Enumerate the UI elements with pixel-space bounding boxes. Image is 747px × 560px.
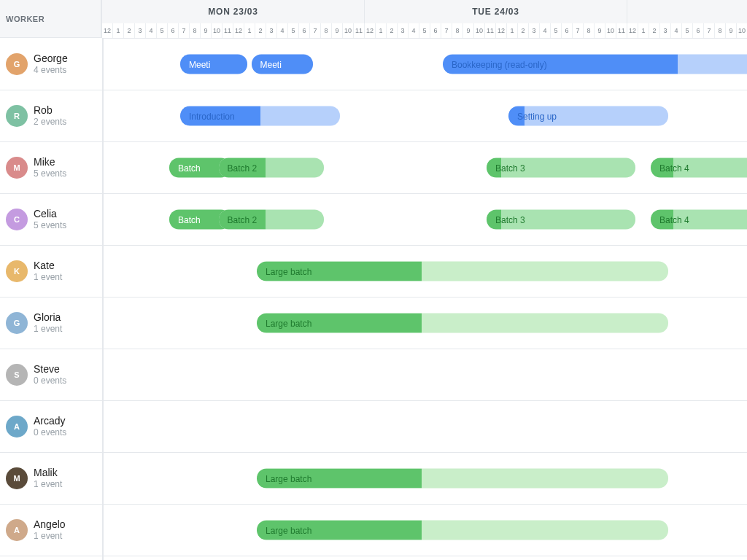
timeline-row[interactable]: [104, 401, 747, 453]
worker-row[interactable]: SSteve0 events: [0, 349, 102, 401]
header-hour-cell: 3: [135, 23, 146, 38]
scheduler-root: WORKER MON 23/03TUE 24/03W 1212345678910…: [0, 0, 747, 560]
header-hour-cell: 5: [682, 23, 693, 38]
header-hour-cell: 11: [485, 23, 496, 38]
timeline-grid[interactable]: MeetiMeetiBookkeeping (read-only)Introdu…: [104, 39, 747, 560]
header-hour-cell: 9: [201, 23, 212, 38]
worker-row[interactable]: MMike5 events: [0, 142, 102, 194]
timeline-row[interactable]: IntroductionSetting up: [104, 90, 747, 142]
worker-event-count: 1 event: [34, 324, 62, 334]
event-bar[interactable]: Setting up: [508, 106, 668, 126]
worker-text: Rob2 events: [34, 104, 66, 127]
timeline-row[interactable]: Large batch: [104, 246, 747, 298]
event-label: Batch: [178, 214, 201, 225]
avatar: C: [6, 209, 28, 230]
worker-event-count: 1 event: [34, 531, 66, 541]
worker-text: Gloria1 event: [34, 311, 62, 334]
header-hour-cell: 12: [365, 23, 376, 38]
header-hour-cell: 11: [616, 23, 627, 38]
worker-text: Mike5 events: [34, 156, 66, 179]
event-bar[interactable]: Large batch: [257, 521, 668, 540]
event-label: Large batch: [266, 318, 311, 328]
worker-column-header: WORKER: [0, 0, 102, 38]
event-bar[interactable]: Introduction: [180, 106, 340, 126]
event-bar[interactable]: Batch 3: [487, 158, 635, 178]
worker-text: Steve0 events: [34, 363, 66, 386]
event-bar[interactable]: Batch 2: [219, 210, 324, 230]
event-bar[interactable]: Large batch: [257, 314, 668, 333]
header-hour-cell: 8: [321, 23, 332, 38]
header-hour-cell: 7: [441, 23, 452, 38]
header-hour-cell: 3: [660, 23, 671, 38]
header-day-cell[interactable]: TUE 24/03: [365, 0, 627, 23]
timeline-row[interactable]: Large batch: [104, 298, 747, 349]
event-label: Batch 2: [228, 214, 258, 225]
header-hour-cell: 9: [595, 23, 605, 38]
event-label: Meeti: [260, 59, 282, 69]
header-hour-cell: 8: [190, 23, 201, 38]
worker-row[interactable]: AAngelo1 event: [0, 505, 102, 556]
timeline-row[interactable]: Large batch: [104, 453, 747, 505]
worker-name: Steve: [34, 363, 66, 376]
header-hour-cell: 5: [288, 23, 299, 38]
worker-row[interactable]: RRob2 events: [0, 90, 102, 142]
header-hour-cell: 2: [518, 23, 529, 38]
header-hour-cell: 1: [244, 23, 255, 38]
timeline-row[interactable]: BatchBatch 2Batch 3Batch 4: [104, 194, 747, 246]
worker-row[interactable]: GGeorge4 events: [0, 39, 102, 90]
event-label: Batch 3: [495, 163, 525, 173]
event-bar[interactable]: Meeti: [180, 55, 247, 74]
worker-name: Angelo: [34, 518, 66, 531]
header-hour-cell: 10: [212, 23, 222, 38]
event-bar[interactable]: Batch 4: [651, 158, 747, 178]
event-label: Batch 2: [228, 163, 258, 173]
header-hour-cell: 7: [573, 23, 584, 38]
header-hour-cell: 7: [179, 23, 190, 38]
header-hour-cell: 2: [387, 23, 398, 38]
timeline-header-scroll[interactable]: MON 23/03TUE 24/03W 12123456789101112123…: [102, 0, 747, 39]
worker-name: Malik: [34, 467, 62, 479]
event-bar[interactable]: Batch 3: [487, 210, 635, 230]
event-bar[interactable]: Large batch: [257, 262, 668, 281]
worker-text: Kate1 event: [34, 260, 62, 282]
header-day-row: MON 23/03TUE 24/03W: [102, 0, 747, 23]
worker-row[interactable]: KKate1 event: [0, 246, 102, 298]
event-bar[interactable]: Batch 2: [219, 158, 324, 178]
event-bar[interactable]: Meeti: [252, 55, 313, 74]
header-day-cell[interactable]: W: [627, 0, 747, 23]
event-label: Meeti: [189, 59, 210, 69]
header-hour-cell: 6: [168, 23, 179, 38]
event-label: Introduction: [189, 111, 235, 121]
header-day-cell[interactable]: MON 23/03: [102, 0, 365, 23]
worker-event-count: 1 event: [34, 479, 62, 489]
timeline-row[interactable]: MeetiMeetiBookkeeping (read-only): [104, 39, 747, 90]
worker-event-count: 5 events: [34, 168, 66, 179]
header-hour-cell: 3: [398, 23, 409, 38]
timeline-row[interactable]: [104, 349, 747, 401]
avatar: S: [6, 364, 28, 386]
worker-row[interactable]: AArcady0 events: [0, 401, 102, 453]
header-hour-cell: 2: [649, 23, 660, 38]
event-bar[interactable]: Bookkeeping (read-only): [443, 55, 747, 74]
avatar: A: [6, 416, 28, 438]
worker-row[interactable]: GGloria1 event: [0, 298, 102, 349]
event-bar[interactable]: Batch 4: [651, 210, 747, 230]
header-hour-cell: 8: [715, 23, 726, 38]
header-hour-cell: 6: [299, 23, 310, 38]
worker-row[interactable]: MMalik1 event: [0, 453, 102, 505]
header-hour-cell: 3: [529, 23, 540, 38]
event-bar[interactable]: Large batch: [257, 469, 668, 489]
worker-row[interactable]: CCelia5 events: [0, 194, 102, 246]
scheduler-body: GGeorge4 eventsRRob2 eventsMMike5 events…: [0, 39, 747, 560]
header-hour-cell: 12: [102, 23, 113, 38]
header-hour-cell: 10: [474, 23, 485, 38]
header-hour-cell: 12: [627, 23, 638, 38]
header-hour-cell: 9: [726, 23, 737, 38]
timeline-row[interactable]: Large batch: [104, 505, 747, 556]
header-hour-cell: 7: [310, 23, 321, 38]
header-hour-cell: 3: [266, 23, 277, 38]
avatar: G: [6, 312, 28, 334]
event-label: Bookkeeping (read-only): [452, 59, 547, 69]
timeline-row[interactable]: BatchBatch 2Batch 3Batch 4: [104, 142, 747, 194]
header-hour-cell: 4: [277, 23, 288, 38]
